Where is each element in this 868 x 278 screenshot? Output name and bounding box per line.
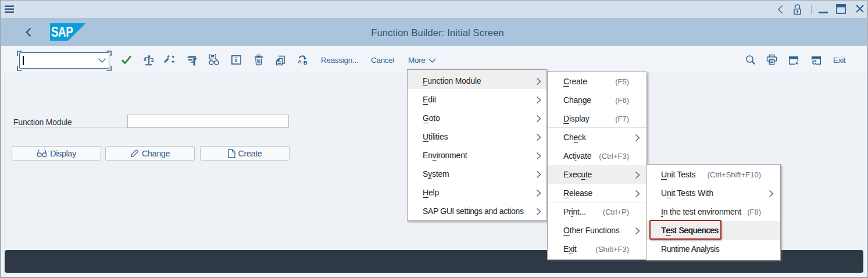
svg-text:B: B xyxy=(303,59,308,66)
svg-text:i: i xyxy=(235,56,237,64)
svg-text:A: A xyxy=(298,58,302,65)
